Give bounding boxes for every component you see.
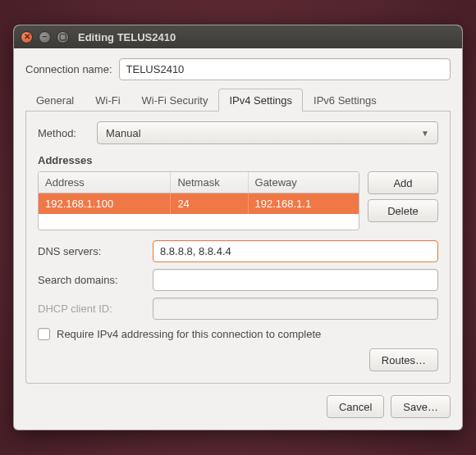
dhcp-client-id-input xyxy=(153,298,438,320)
addresses-table[interactable]: Address Netmask Gateway 192.168.1.100 24… xyxy=(38,171,359,230)
cancel-button[interactable]: Cancel xyxy=(327,395,384,418)
maximize-icon[interactable]: ▢ xyxy=(57,31,69,43)
method-select[interactable]: Manual ▼ xyxy=(97,121,438,144)
save-button[interactable]: Save… xyxy=(391,395,451,418)
table-row[interactable]: 192.168.1.100 24 192.168.1.1 xyxy=(39,193,359,214)
method-label: Method: xyxy=(38,127,90,139)
tab-ipv6-settings[interactable]: IPv6 Settings xyxy=(303,89,387,111)
search-domains-label: Search domains: xyxy=(38,274,144,286)
connection-name-input[interactable] xyxy=(119,58,451,80)
content: Connection name: General Wi-Fi Wi-Fi Sec… xyxy=(14,48,462,430)
require-ipv4-checkbox[interactable] xyxy=(38,328,50,340)
routes-button[interactable]: Routes… xyxy=(369,348,438,371)
require-ipv4-label: Require IPv4 addressing for this connect… xyxy=(57,328,321,340)
method-value: Manual xyxy=(106,127,141,139)
col-gateway[interactable]: Gateway xyxy=(249,172,359,193)
tab-wifi-security[interactable]: Wi-Fi Security xyxy=(131,89,219,111)
table-header: Address Netmask Gateway xyxy=(39,172,359,193)
cell-netmask: 24 xyxy=(171,193,248,214)
minimize-icon[interactable]: − xyxy=(39,31,51,43)
connection-name-label: Connection name: xyxy=(25,63,112,75)
tabs: General Wi-Fi Wi-Fi Security IPv4 Settin… xyxy=(25,89,451,111)
tab-ipv4-settings[interactable]: IPv4 Settings xyxy=(218,89,303,111)
window-title: Editing TELUS2410 xyxy=(78,31,176,43)
dns-label: DNS servers: xyxy=(38,245,144,257)
cell-gateway: 192.168.1.1 xyxy=(249,193,359,214)
addresses-title: Addresses xyxy=(38,154,438,166)
add-button[interactable]: Add xyxy=(368,171,438,194)
ipv4-panel: Method: Manual ▼ Addresses Address Netma… xyxy=(25,111,451,384)
search-domains-input[interactable] xyxy=(153,269,438,291)
dialog-window: ✕ − ▢ Editing TELUS2410 Connection name:… xyxy=(13,25,463,430)
chevron-down-icon: ▼ xyxy=(421,129,429,138)
col-netmask[interactable]: Netmask xyxy=(171,172,248,193)
close-icon[interactable]: ✕ xyxy=(21,31,33,43)
dhcp-client-id-label: DHCP client ID: xyxy=(38,303,144,315)
col-address[interactable]: Address xyxy=(39,172,171,193)
cell-address: 192.168.1.100 xyxy=(39,193,171,214)
tab-general[interactable]: General xyxy=(25,89,85,111)
delete-button[interactable]: Delete xyxy=(368,199,438,222)
tab-wifi[interactable]: Wi-Fi xyxy=(85,89,130,111)
titlebar: ✕ − ▢ Editing TELUS2410 xyxy=(14,25,462,48)
dns-servers-input[interactable] xyxy=(153,240,438,262)
